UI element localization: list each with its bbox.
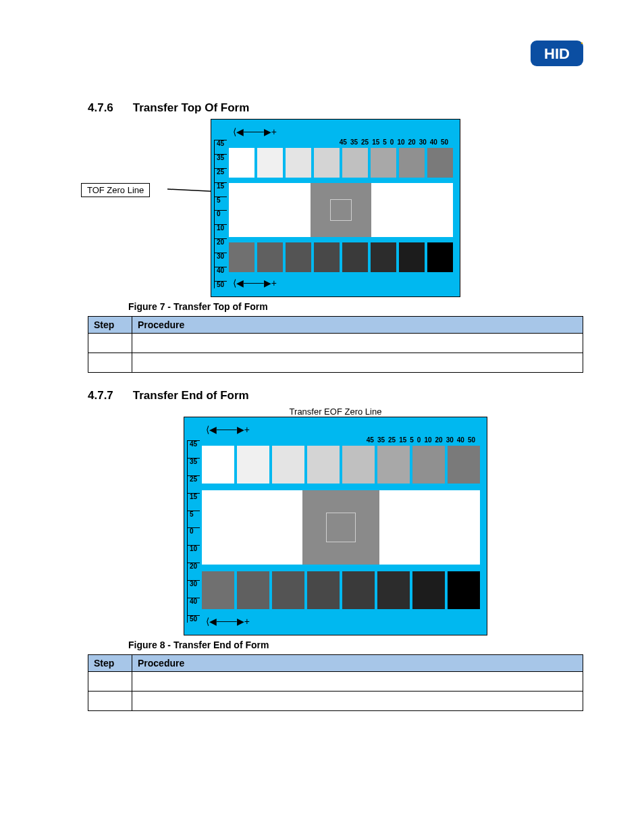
bottom-arrow-icon: ⟨◀───▶+ [206,616,480,627]
svg-point-2 [581,43,583,45]
ruler-top: 45352515501020304050 [256,138,449,146]
figure-8-caption: Figure 8 - Transfer End of Form [128,640,583,650]
calibration-card-tof: ⟨◀───▶+ 45352515501020304050 45352515501… [211,119,460,297]
top-arrow-icon: ⟨◀───▶+ [206,424,480,435]
table-row [88,334,583,353]
figure-7-caption: Figure 7 - Transfer Top of Form [128,301,583,312]
table-row [88,672,583,692]
section-4-7-6-heading: 4.7.6 Transfer Top Of Form [88,101,583,115]
bottom-arrow-icon: ⟨◀───▶+ [233,278,453,288]
top-arrow-icon: ⟨◀───▶+ [233,126,453,137]
ruler-left: 45352515501020304050 [187,440,200,623]
col-header-procedure: Procedure [132,317,583,334]
procedure-table-2: Step Procedure [88,654,583,711]
swatch-row-light [229,148,453,178]
tof-zero-line-callout: TOF Zero Line [81,183,150,197]
col-header-procedure: Procedure [132,655,583,672]
section-4-7-7-heading: 4.7.7 Transfer End of Form [88,389,583,402]
swatch-row-mid [202,490,480,565]
ruler-top: 45352515501020304050 [229,436,476,444]
col-header-step: Step [88,655,132,672]
procedure-table-1: Step Procedure [88,316,583,373]
ruler-left: 45352515501020304050 [214,140,227,288]
swatch-row-dark [202,571,480,609]
col-header-step: Step [88,317,132,334]
eof-zero-line-label: Transfer EOF Zero Line [88,407,583,417]
swatch-row-light [202,446,480,484]
swatch-row-mid [229,183,453,237]
swatch-row-dark [229,242,453,272]
hid-logo: HID [531,41,583,69]
svg-text:HID: HID [544,45,570,62]
table-row [88,353,583,373]
calibration-card-eof: ⟨◀───▶+ 45352515501020304050 45352515501… [184,417,487,635]
table-row [88,692,583,711]
